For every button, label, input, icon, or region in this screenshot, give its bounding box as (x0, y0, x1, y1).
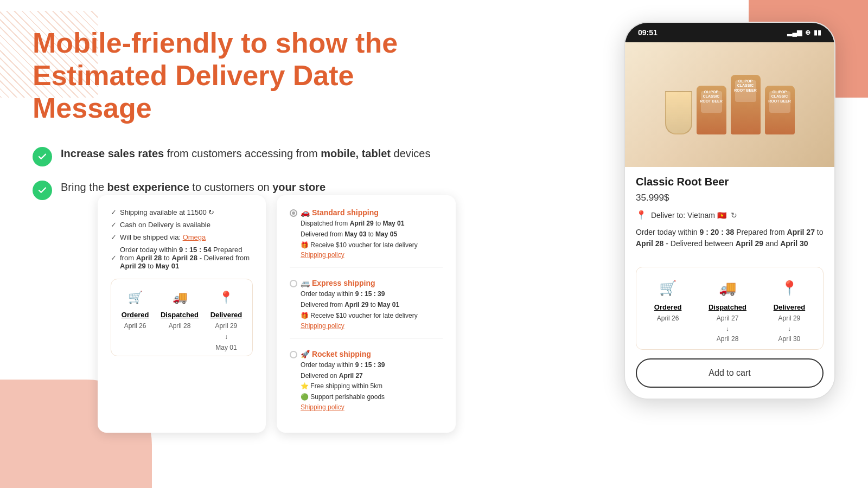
status-bar: 09:51 ▂▄▆ ⊕ ▮▮ (625, 23, 834, 42)
order-progress-card: 🛒 Ordered April 26 🚚 Dispatched April 28… (111, 279, 253, 356)
standard-title: 🚗 Standard shipping (301, 208, 443, 217)
beer-can-2: OLIPOPClassicRoot Beer (731, 75, 761, 134)
refresh-icon[interactable]: ↻ (731, 211, 737, 220)
rocket-detail1: Order today within 9 : 15 : 39 (301, 361, 443, 370)
info-line-order: ✓ Order today within 9 : 15 : 54 Prepare… (111, 246, 253, 270)
shipping-option-rocket[interactable]: 🚀 Rocket shipping Order today within 9 :… (290, 350, 443, 420)
feature-list: Increase sales rates from customers acce… (33, 146, 467, 200)
cards-area: ✓ Shipping available at 11500 ↻ ✓ Cash o… (98, 195, 456, 433)
rocket-free: ⭐ Free shipping within 5km (301, 382, 443, 391)
shipping-option-express[interactable]: 🚐 Express shipping Order today within 9 … (290, 279, 443, 338)
standard-voucher: 🎁 Receive $10 voucher for late delivery (301, 241, 443, 250)
info-line-shipping: ✓ Shipping available at 11500 ↻ (111, 208, 253, 216)
phone-order-progress: 🛒 Ordered April 26 🚚 Dispatched April 27… (636, 267, 824, 350)
status-icons: ▂▄▆ ⊕ ▮▮ (787, 29, 821, 36)
check-icon-2 (33, 181, 52, 200)
step-ordered: 🛒 Ordered April 26 (122, 288, 149, 330)
rocket-policy-link[interactable]: Shipping policy (301, 403, 443, 411)
phone-truck-icon: 🚚 (716, 276, 739, 300)
phone-location-icon: 📍 (777, 276, 801, 300)
shipping-info-card: ✓ Shipping available at 11500 ↻ ✓ Cash o… (98, 195, 266, 433)
location-icon: 📍 (216, 288, 236, 307)
rocket-perishable: 🟢 Support perishable goods (301, 393, 443, 402)
phone-step-dispatched: 🚚 Dispatched April 27 ↓ April 28 (709, 276, 746, 343)
product-name: Classic Root Beer (636, 176, 824, 188)
beer-cans: OLIPOPClassicRoot Beer OLIPOPClassicRoot… (665, 75, 795, 134)
radio-express[interactable] (290, 280, 297, 287)
rocket-detail2: Delivered on April 27 (301, 371, 443, 381)
express-policy-link[interactable]: Shipping policy (301, 322, 443, 330)
feature-text-2: Bring the best experience to customers o… (61, 179, 326, 195)
standard-detail1: Dispatched from April 29 to May 01 (301, 219, 443, 228)
standard-detail2: Delivered from May 03 to May 05 (301, 230, 443, 239)
product-price: 35.999$ (636, 192, 824, 203)
standard-policy-link[interactable]: Shipping policy (301, 251, 443, 259)
pin-icon: 📍 (636, 210, 647, 220)
feature-item-1: Increase sales rates from customers acce… (33, 146, 467, 166)
product-image: OLIPOPClassicRoot Beer OLIPOPClassicRoot… (625, 42, 834, 167)
info-line-via: ✓ Will be shipped via: Omega (111, 233, 253, 241)
feature-text-1: Increase sales rates from customers acce… (61, 146, 430, 161)
check-icon-1 (33, 147, 52, 166)
express-title: 🚐 Express shipping (301, 279, 443, 287)
express-detail2: Delivered from April 29 to May 01 (301, 300, 443, 310)
deliver-to: 📍 Deliver to: Vietnam 🇻🇳 ↻ (636, 210, 824, 220)
phone-step-delivered: 📍 Delivered April 29 ↓ April 30 (774, 276, 806, 343)
radio-rocket[interactable] (290, 351, 297, 358)
step-delivered: 📍 Delivered April 29 ↓ May 01 (210, 288, 242, 351)
info-line-cod: ✓ Cash on Delivery is available (111, 221, 253, 229)
radio-standard[interactable] (290, 209, 297, 217)
page-title: Mobile-friendly to show the Estimated De… (33, 27, 467, 124)
cart-icon: 🛒 (125, 288, 145, 307)
phone-cart-icon: 🛒 (656, 276, 680, 300)
add-to-cart-button[interactable]: Add to cart (636, 358, 824, 388)
left-content-area: Mobile-friendly to show the Estimated De… (33, 27, 467, 222)
order-time-text: Order today within 9 : 20 : 38 Prepared … (636, 227, 824, 249)
express-voucher: 🎁 Receive $10 voucher for late delivery (301, 311, 443, 320)
rocket-title: 🚀 Rocket shipping (301, 350, 443, 358)
phone-step-ordered: 🛒 Ordered April 26 (654, 276, 682, 343)
shipping-options-card: 🚗 Standard shipping Dispatched from Apri… (277, 195, 456, 433)
shipping-option-standard[interactable]: 🚗 Standard shipping Dispatched from Apri… (290, 208, 443, 268)
phone-product-info: Classic Root Beer 35.999$ 📍 Deliver to: … (625, 167, 834, 267)
status-time: 09:51 (638, 28, 658, 37)
beer-can-3: OLIPOPClassicRoot Beer (765, 86, 795, 134)
phone-content: OLIPOPClassicRoot Beer OLIPOPClassicRoot… (625, 42, 834, 399)
express-detail1: Order today within 9 : 15 : 39 (301, 290, 443, 299)
omega-link[interactable]: Omega (183, 233, 206, 241)
beer-glass (665, 91, 692, 134)
phone-mockup: 09:51 ▂▄▆ ⊕ ▮▮ OLIPOPClassicRoot Beer OL… (624, 22, 835, 400)
beer-can-1: OLIPOPClassicRoot Beer (697, 86, 726, 134)
step-dispatched: 🚚 Dispatched April 28 (161, 288, 199, 330)
truck-icon: 🚚 (170, 288, 189, 307)
